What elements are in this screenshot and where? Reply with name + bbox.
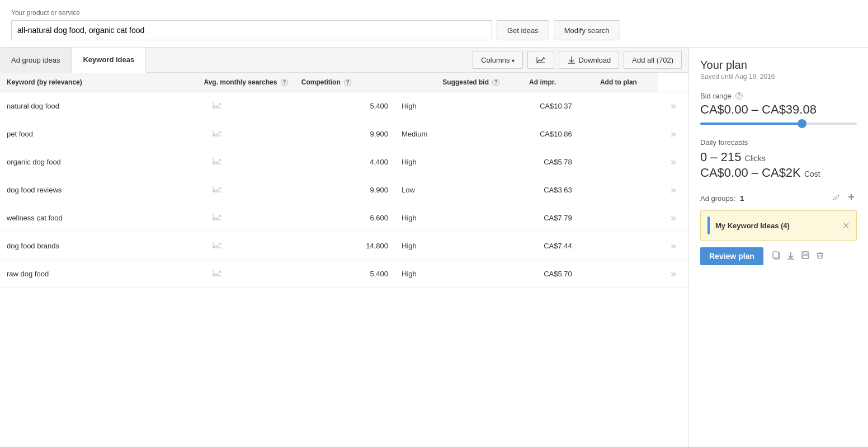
col-ad-impr: Ad impr. (506, 73, 578, 92)
download-plan-button[interactable] (786, 250, 796, 262)
edit-ad-group-button[interactable] (831, 191, 842, 205)
add-to-plan-chevron[interactable]: » (671, 212, 676, 223)
cell-chart-icon[interactable] (140, 120, 295, 148)
plan-action-icons (771, 250, 825, 262)
cell-ad-impr (579, 260, 658, 288)
delete-plan-button[interactable] (815, 250, 825, 262)
cell-ad-impr (579, 176, 658, 204)
svg-rect-22 (773, 252, 779, 258)
cell-add-to-plan[interactable]: » (658, 260, 688, 288)
cell-add-to-plan[interactable]: » (658, 148, 688, 176)
pencil-icon (832, 192, 841, 201)
cell-suggested-bid: CA$3.63 (506, 176, 578, 204)
add-ad-group-button[interactable] (846, 191, 857, 205)
col-competition: Competition ? (295, 73, 395, 92)
cell-chart-icon[interactable] (140, 232, 295, 260)
download-icon (567, 55, 576, 64)
bid-range-slider[interactable] (700, 123, 857, 125)
product-label: Your product or service (11, 9, 857, 17)
competition-help[interactable]: ? (344, 79, 351, 86)
trend-icon (213, 157, 223, 165)
table-row: dog food reviews 9,900 Low CA$3.63 » (0, 176, 688, 204)
svg-rect-26 (804, 252, 807, 255)
cell-chart-icon[interactable] (140, 92, 295, 120)
cell-competition: High (395, 232, 506, 260)
trend-icon (213, 185, 223, 193)
col-keyword: Keyword (by relevance) (0, 73, 140, 92)
cell-avg-monthly: 6,600 (295, 204, 395, 232)
chart-icon (536, 55, 546, 65)
trend-icon (213, 129, 223, 137)
ad-groups-label: Ad groups: (700, 194, 735, 203)
cell-competition: Medium (395, 120, 506, 148)
tab-keyword-ideas[interactable]: Keyword ideas (72, 48, 146, 73)
get-ideas-button[interactable]: Get ideas (497, 20, 549, 40)
cell-chart-icon[interactable] (140, 176, 295, 204)
avg-monthly-help[interactable]: ? (281, 79, 288, 86)
slider-thumb[interactable] (798, 119, 806, 128)
suggested-bid-help[interactable]: ? (492, 79, 499, 86)
chart-view-button[interactable] (527, 51, 554, 69)
copy-plan-button[interactable] (771, 250, 781, 262)
svg-rect-27 (803, 256, 808, 258)
modify-search-button[interactable]: Modify search (554, 20, 620, 40)
svg-rect-25 (802, 252, 809, 258)
cell-ad-impr (579, 232, 658, 260)
search-input[interactable] (11, 20, 492, 40)
cell-chart-icon[interactable] (140, 204, 295, 232)
cell-keyword: wellness cat food (0, 204, 140, 232)
trend-icon (213, 241, 223, 249)
cell-keyword: natural dog food (0, 92, 140, 120)
svg-line-18 (838, 195, 839, 196)
add-all-button[interactable]: Add all (702) (624, 51, 682, 69)
columns-label: Columns (481, 56, 510, 64)
table-row: natural dog food 5,400 High CA$10.37 » (0, 92, 688, 120)
plan-title: Your plan (700, 59, 857, 72)
keyword-group: My Keyword Ideas (4) ✕ (700, 210, 857, 241)
cell-suggested-bid: CA$7.79 (506, 204, 578, 232)
review-plan-row: Review plan (700, 247, 857, 265)
tab-ad-group-ideas[interactable]: Ad group ideas (0, 48, 72, 73)
cost-suffix: Cost (804, 170, 820, 178)
cell-competition: Low (395, 176, 506, 204)
close-keyword-group-button[interactable]: ✕ (842, 220, 850, 231)
add-to-plan-chevron[interactable]: » (671, 100, 676, 111)
columns-button[interactable]: Columns (473, 51, 523, 69)
cell-suggested-bid: CA$10.37 (506, 92, 578, 120)
review-plan-button[interactable]: Review plan (700, 247, 763, 265)
ad-groups-count: 1 (740, 194, 744, 203)
add-to-plan-chevron[interactable]: » (671, 184, 676, 195)
add-to-plan-chevron[interactable]: » (671, 268, 676, 279)
right-panel: Your plan Saved until Aug 19, 2016 Bid r… (689, 48, 868, 447)
cell-add-to-plan[interactable]: » (658, 232, 688, 260)
cell-keyword: dog food reviews (0, 176, 140, 204)
trend-icon (213, 213, 223, 221)
daily-forecasts-label: Daily forecasts (700, 138, 857, 147)
cell-add-to-plan[interactable]: » (658, 204, 688, 232)
cell-competition: High (395, 92, 506, 120)
cell-chart-icon[interactable] (140, 148, 295, 176)
add-to-plan-chevron[interactable]: » (671, 156, 676, 167)
cell-competition: High (395, 204, 506, 232)
keyword-group-bar (707, 217, 710, 234)
plan-subtitle: Saved until Aug 19, 2016 (700, 73, 857, 81)
add-to-plan-chevron[interactable]: » (671, 240, 676, 251)
save-plan-button[interactable] (800, 250, 810, 262)
add-to-plan-chevron[interactable]: » (671, 128, 676, 139)
cell-add-to-plan[interactable]: » (658, 120, 688, 148)
cell-add-to-plan[interactable]: » (658, 176, 688, 204)
cell-avg-monthly: 5,400 (295, 260, 395, 288)
cell-competition: High (395, 260, 506, 288)
chevron-down-icon (512, 56, 515, 64)
keywords-table-container: Keyword (by relevance) Avg. monthly sear… (0, 73, 688, 447)
tabs-toolbar: Ad group ideas Keyword ideas Columns (0, 48, 688, 73)
cell-suggested-bid: CA$5.78 (506, 148, 578, 176)
table-row: raw dog food 5,400 High CA$5.70 » (0, 260, 688, 288)
keyword-group-name: My Keyword Ideas (4) (715, 222, 838, 230)
download-button[interactable]: Download (559, 51, 619, 69)
forecast-clicks: 0 – 215 Clicks (700, 150, 857, 164)
cell-add-to-plan[interactable]: » (658, 92, 688, 120)
cell-suggested-bid: CA$10.86 (506, 120, 578, 148)
bid-range-help[interactable]: ? (735, 92, 743, 100)
cell-chart-icon[interactable] (140, 260, 295, 288)
